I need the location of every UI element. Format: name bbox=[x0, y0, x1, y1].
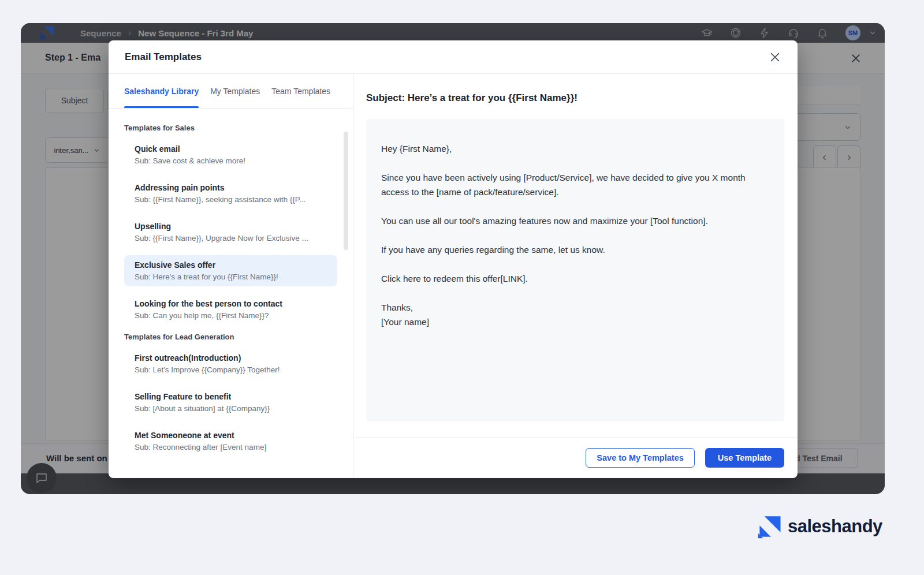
tab-label: Saleshandy Library bbox=[124, 87, 199, 96]
template-title: Addressing pain points bbox=[135, 183, 327, 192]
template-item-met-someone-at-event[interactable]: Met Someoneone at event Sub: Reconnectin… bbox=[124, 425, 337, 457]
template-subject: Sub: Here's a treat for you {{First Name… bbox=[135, 272, 327, 281]
tab-label: Team Templates bbox=[271, 87, 330, 96]
template-title: Quick email bbox=[135, 144, 327, 154]
template-browser: Saleshandy Library My Templates Team Tem… bbox=[109, 74, 353, 478]
template-item-first-outreach[interactable]: First outreach(Introduction) Sub: Let's … bbox=[124, 348, 337, 379]
preview-subject: Subject: Here’s a treat for you {{First … bbox=[366, 92, 784, 104]
section-heading: Templates for Sales bbox=[124, 124, 337, 132]
template-list: Templates for Sales Quick email Sub: Sav… bbox=[109, 109, 353, 478]
tab-saleshandy-library[interactable]: Saleshandy Library bbox=[124, 74, 199, 108]
template-item-quick-email[interactable]: Quick email Sub: Save cost & achieve mor… bbox=[124, 139, 337, 170]
template-title: Exclusive Sales offer bbox=[135, 260, 327, 270]
template-item-upselling[interactable]: Upselling Sub: {{First Name}}, Upgrade N… bbox=[124, 216, 337, 248]
template-item-exclusive-sales-offer[interactable]: Exclusive Sales offer Sub: Here's a trea… bbox=[124, 255, 337, 286]
modal-title: Email Templates bbox=[125, 51, 202, 63]
tab-my-templates[interactable]: My Templates bbox=[210, 74, 260, 108]
branding: saleshandy bbox=[758, 514, 882, 539]
tab-team-templates[interactable]: Team Templates bbox=[271, 74, 330, 108]
app-window: Sequence › New Sequence - Fri 3rd May SM… bbox=[21, 23, 885, 494]
list-scrollbar[interactable] bbox=[344, 132, 348, 250]
template-title: Selling Feature to benefit bbox=[135, 392, 327, 401]
preview-paragraph: You can use all our tool's amazing featu… bbox=[381, 214, 762, 228]
preview-paragraph: If you have any queries regarding the sa… bbox=[381, 242, 762, 257]
template-tabs: Saleshandy Library My Templates Team Tem… bbox=[109, 74, 353, 109]
preview-paragraph: Click here to redeem this offer[LINK]. bbox=[381, 271, 762, 286]
active-tab-underline bbox=[124, 106, 199, 108]
template-title: Met Someoneone at event bbox=[135, 431, 327, 440]
saleshandy-logo-icon bbox=[758, 514, 782, 539]
preview-body: Hey {First Name}, Since you have been ac… bbox=[366, 119, 784, 421]
template-title: Upselling bbox=[135, 222, 327, 231]
template-subject: Sub: Let's Improve {{Company}} Together! bbox=[135, 365, 327, 374]
section-heading: Templates for Lead Generation bbox=[124, 333, 337, 341]
template-title: First outreach(Introduction) bbox=[135, 353, 327, 363]
preview-paragraph: Hey {First Name}, bbox=[381, 141, 762, 156]
tab-label: My Templates bbox=[210, 87, 260, 96]
template-item-best-person-to-contact[interactable]: Looking for the best person to contact S… bbox=[124, 294, 337, 325]
preview-paragraph: Since you have been actively using [Prod… bbox=[381, 170, 762, 199]
template-preview: Subject: Here’s a treat for you {{First … bbox=[353, 74, 798, 478]
template-subject: Sub: {{First Name}}, seeking assistance … bbox=[135, 195, 327, 204]
preview-signature: Thanks, [Your name] bbox=[381, 300, 762, 329]
template-subject: Sub: [About a situation] at {{Company}} bbox=[135, 404, 327, 413]
branding-wordmark: saleshandy bbox=[788, 516, 882, 537]
modal-close-icon[interactable] bbox=[769, 51, 781, 64]
use-template-button[interactable]: Use Template bbox=[705, 448, 784, 468]
email-templates-modal: Email Templates Saleshandy Library My Te… bbox=[109, 40, 798, 478]
template-subject: Sub: Save cost & achieve more! bbox=[135, 156, 327, 165]
template-subject: Sub: Reconnecting after [Event name] bbox=[135, 443, 327, 451]
template-subject: Sub: Can you help me, {{First Name}}? bbox=[135, 311, 327, 320]
template-title: Looking for the best person to contact bbox=[135, 299, 327, 308]
template-item-selling-feature[interactable]: Selling Feature to benefit Sub: [About a… bbox=[124, 387, 337, 418]
template-item-addressing-pain-points[interactable]: Addressing pain points Sub: {{First Name… bbox=[124, 178, 337, 209]
modal-body: Saleshandy Library My Templates Team Tem… bbox=[109, 74, 798, 478]
save-to-my-templates-button[interactable]: Save to My Templates bbox=[586, 448, 694, 468]
modal-footer: Save to My Templates Use Template bbox=[353, 437, 798, 478]
template-subject: Sub: {{First Name}}, Upgrade Now for Exc… bbox=[135, 234, 327, 242]
modal-header: Email Templates bbox=[109, 40, 798, 74]
